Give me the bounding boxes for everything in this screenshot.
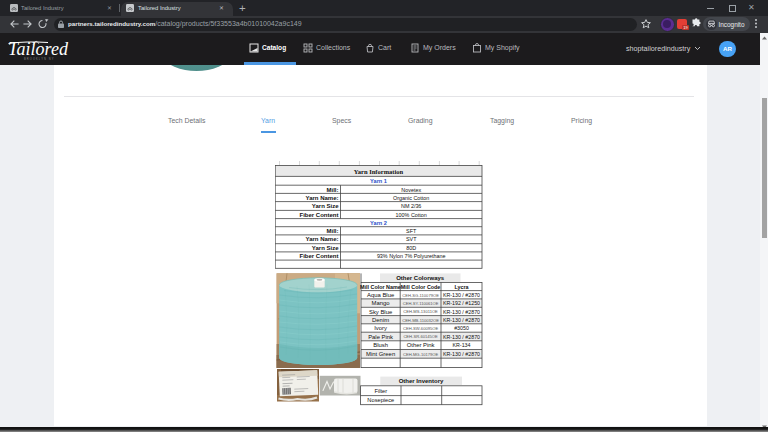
svg-text:NM 2/36: NM 2/36 [401, 203, 421, 209]
svg-text:CEH-MS-13011OE: CEH-MS-13011OE [403, 309, 438, 314]
svg-text:CEH-MB-110032OE: CEH-MB-110032OE [402, 318, 439, 323]
svg-text:KR-130 / #2870: KR-130 / #2870 [443, 317, 480, 323]
svg-text:Blush: Blush [373, 342, 388, 348]
svg-text:Yarn Information: Yarn Information [354, 168, 404, 175]
svg-text:Sky Blue: Sky Blue [369, 309, 393, 315]
svg-text:KR-130 / #2870: KR-130 / #2870 [443, 292, 480, 298]
svg-text:KR-192 / #1250: KR-192 / #1250 [443, 300, 480, 306]
svg-text:#3050: #3050 [454, 325, 469, 331]
svg-text:Filter: Filter [374, 388, 387, 394]
svg-text:Aqua Blue: Aqua Blue [367, 292, 395, 298]
svg-text:Other Colorways: Other Colorways [396, 275, 445, 281]
svg-text:CEH-SW-60095OE: CEH-SW-60095OE [403, 326, 438, 331]
svg-text:Mill:: Mill: [327, 228, 339, 234]
svg-text:SFT: SFT [406, 228, 417, 234]
svg-text:KR-130 / #2870: KR-130 / #2870 [443, 309, 480, 315]
svg-text:Fiber Content: Fiber Content [300, 212, 339, 218]
svg-text:Novetex: Novetex [401, 187, 421, 193]
svg-text:Yarn Size: Yarn Size [312, 245, 339, 251]
svg-text:Yarn Size: Yarn Size [312, 203, 339, 209]
svg-text:Lycra: Lycra [454, 284, 469, 290]
svg-text:Denim: Denim [372, 317, 389, 323]
svg-text:KR-130 / #2870: KR-130 / #2870 [443, 351, 480, 357]
svg-text:Mill Color Name: Mill Color Name [360, 284, 401, 290]
svg-text:Organic Cotton: Organic Cotton [393, 195, 429, 201]
svg-text:Yarn 2: Yarn 2 [370, 220, 387, 226]
svg-text:Mint Green: Mint Green [366, 351, 395, 357]
svg-text:Yarn Name:: Yarn Name: [305, 236, 338, 242]
svg-text:Mill:: Mill: [327, 187, 339, 193]
svg-text:Yarn Name:: Yarn Name: [305, 195, 338, 201]
svg-text:CEH-SG-110079OE: CEH-SG-110079OE [402, 293, 439, 298]
svg-text:BROOKLYN NY: BROOKLYN NY [24, 57, 55, 61]
svg-text:80D: 80D [406, 245, 416, 251]
svg-text:CEH-MG-10179OE: CEH-MG-10179OE [403, 352, 439, 357]
svg-text:100% Cotton: 100% Cotton [396, 212, 427, 218]
svg-text:Ivory: Ivory [374, 325, 387, 331]
svg-text:Fiber Content: Fiber Content [300, 253, 339, 259]
svg-text:CEH-SY-110061OE: CEH-SY-110061OE [403, 301, 439, 306]
svg-text:Mango: Mango [372, 300, 391, 306]
svg-text:Yarn 1: Yarn 1 [370, 178, 387, 184]
svg-text:Other Inventory: Other Inventory [399, 378, 444, 384]
svg-text:KR-130 / #2870: KR-130 / #2870 [443, 334, 480, 340]
svg-text:SVT: SVT [406, 236, 417, 242]
svg-text:CEH-SR-60145OE: CEH-SR-60145OE [403, 334, 438, 339]
svg-text:Pale Pink: Pale Pink [368, 334, 393, 340]
svg-text:Other Pink: Other Pink [407, 342, 435, 348]
svg-text:KR-134: KR-134 [453, 342, 471, 348]
svg-text:Mill Color Code: Mill Color Code [401, 284, 441, 290]
svg-text:Nosepiece: Nosepiece [367, 397, 394, 403]
svg-text:93% Nylon 7% Polyurethane: 93% Nylon 7% Polyurethane [377, 253, 446, 259]
